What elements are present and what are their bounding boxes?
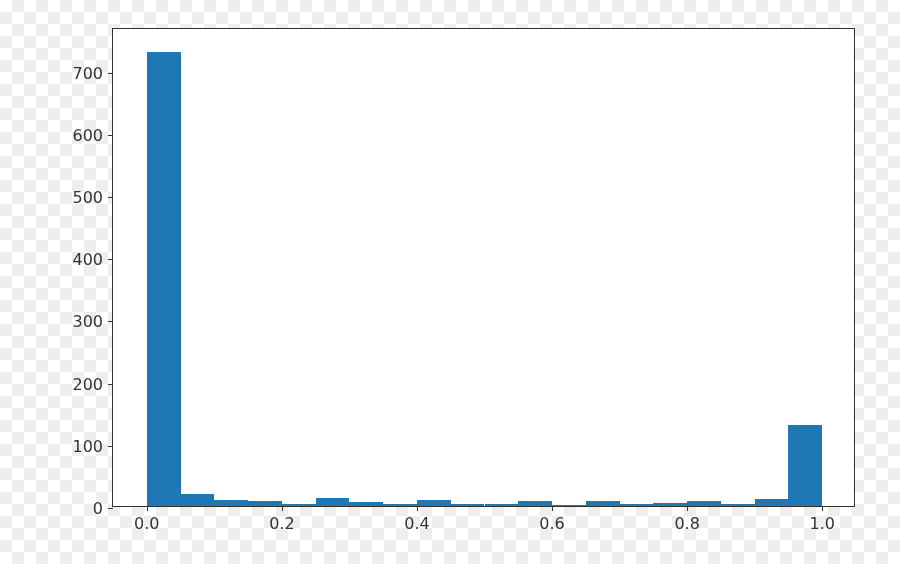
x-tick-label: 0.2 [269,514,294,533]
histogram-bar [552,505,586,506]
histogram-bar [485,504,519,506]
y-tick-label: 0 [93,499,103,518]
histogram-bar [721,504,755,506]
histogram-bar [147,52,181,506]
histogram-bar [451,504,485,506]
histogram-bar [181,494,215,506]
y-tick [108,197,113,198]
x-tick-label: 1.0 [809,514,834,533]
histogram-bar [788,425,822,506]
x-tick [822,506,823,511]
y-tick [108,73,113,74]
histogram-bar [518,501,552,506]
y-tick [108,135,113,136]
x-tick [552,506,553,511]
y-tick [108,321,113,322]
histogram-bar [653,503,687,506]
x-tick [687,506,688,511]
y-tick [108,259,113,260]
y-tick-label: 100 [72,436,103,455]
y-tick-label: 600 [72,125,103,144]
x-tick [147,506,148,511]
plot-area [113,29,854,506]
histogram-bar [248,501,282,506]
histogram-bar [687,501,721,506]
x-tick-label: 0.8 [674,514,699,533]
y-tick-label: 400 [72,250,103,269]
histogram-bar [586,501,620,506]
x-tick-label: 0.4 [404,514,429,533]
histogram-bar [316,498,350,506]
figure: 0.00.20.40.60.81.0 010020030040050060070… [0,0,900,564]
histogram-bar [282,504,316,506]
y-tick [108,384,113,385]
y-tick-label: 200 [72,374,103,393]
y-tick-label: 500 [72,187,103,206]
histogram-bar [349,502,383,506]
y-tick [108,446,113,447]
x-tick [417,506,418,511]
histogram-bar [383,504,417,506]
y-tick [108,508,113,509]
histogram-bar [755,499,789,506]
x-tick-label: 0.6 [539,514,564,533]
chart-axes: 0.00.20.40.60.81.0 010020030040050060070… [112,28,855,507]
histogram-bar [620,504,654,506]
x-tick [282,506,283,511]
histogram-bar [417,500,451,506]
y-tick-label: 300 [72,312,103,331]
x-tick-label: 0.0 [134,514,159,533]
histogram-bar [214,500,248,506]
y-tick-label: 700 [72,63,103,82]
